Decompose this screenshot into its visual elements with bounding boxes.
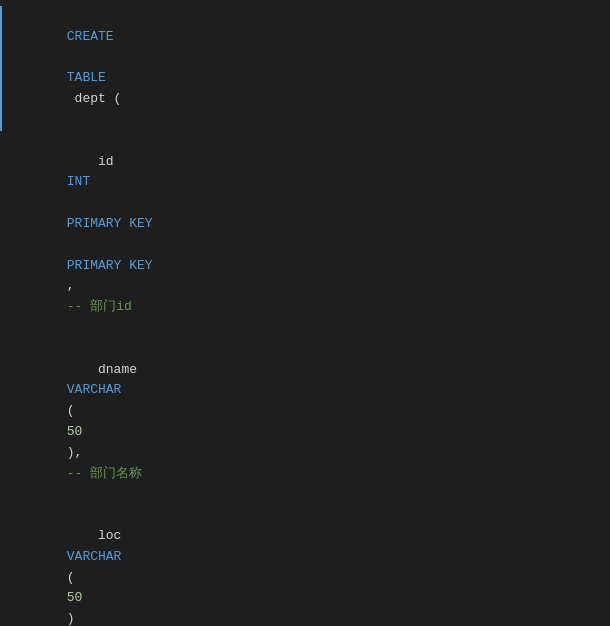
line-1: CREATE TABLE dept (	[0, 6, 610, 131]
line-2: id INT PRIMARY KEY PRIMARY KEY , -- 部门id	[0, 131, 610, 339]
line-4: loc VARCHAR ( 50 ) -- 部门所在地	[0, 505, 610, 626]
kw-table: TABLE	[67, 70, 106, 85]
line-3: dname VARCHAR ( 50 ), -- 部门名称	[0, 339, 610, 505]
code-editor: CREATE TABLE dept ( id INT PRIMARY KEY P…	[0, 0, 610, 626]
kw-create: CREATE	[67, 29, 114, 44]
